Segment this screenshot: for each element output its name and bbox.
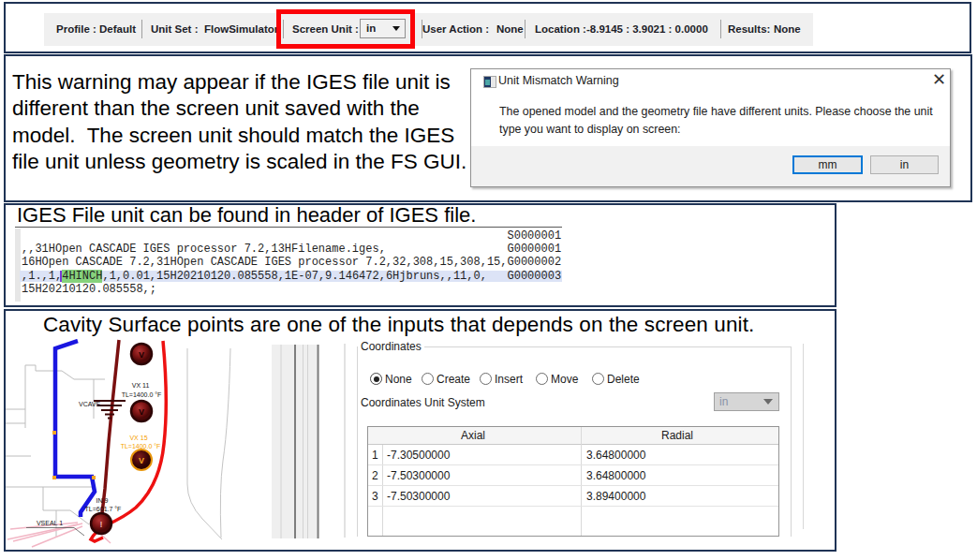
svg-text:V: V: [139, 407, 144, 417]
svg-text:TL=601.7 °F: TL=601.7 °F: [85, 506, 122, 512]
svg-text:TL=1400.0 °F: TL=1400.0 °F: [122, 391, 162, 398]
svg-text:!: !: [100, 520, 103, 529]
svg-text:VX 11: VX 11: [132, 382, 150, 389]
svg-text:IN 9: IN 9: [96, 497, 109, 504]
svg-text:VCAVE: VCAVE: [79, 401, 101, 407]
svg-text:V: V: [139, 350, 144, 360]
svg-text:VX 15: VX 15: [129, 435, 147, 441]
svg-text:TL=1400.0 °F: TL=1400.0 °F: [121, 443, 161, 449]
svg-text:VSEAL 1: VSEAL 1: [37, 520, 63, 526]
svg-text:V: V: [139, 456, 144, 465]
